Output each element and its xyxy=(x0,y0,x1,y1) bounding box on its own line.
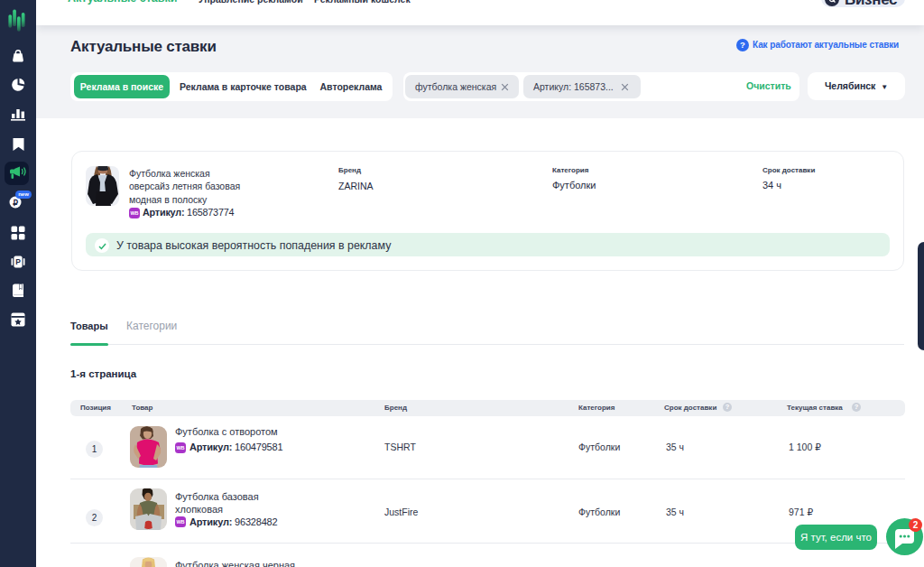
svg-text:P: P xyxy=(15,257,21,266)
svg-text:₽: ₽ xyxy=(13,199,18,208)
